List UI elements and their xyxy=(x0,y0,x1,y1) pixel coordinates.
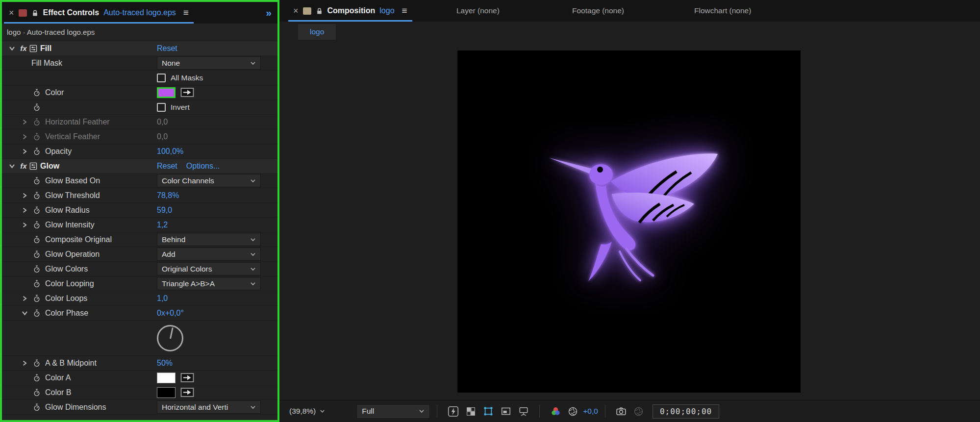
effect-controls-tabstrip: × Effect Controls Auto-traced logo.eps ≡… xyxy=(2,2,277,24)
stopwatch-icon[interactable] xyxy=(33,89,41,97)
property-value[interactable]: 78,8% xyxy=(157,191,179,200)
close-icon[interactable]: × xyxy=(293,6,299,15)
stopwatch-icon[interactable] xyxy=(33,374,41,382)
property-value[interactable]: 59,0 xyxy=(157,206,172,215)
property-value[interactable]: 50% xyxy=(157,359,173,368)
transparency-grid-icon[interactable] xyxy=(464,405,477,418)
color-looping-dropdown[interactable]: Triangle A>B>A xyxy=(157,277,261,290)
stopwatch-icon[interactable] xyxy=(33,309,41,317)
fx-badge: fx xyxy=(18,44,29,52)
effect-header-fill[interactable]: fx Fill Reset xyxy=(2,41,277,56)
stopwatch-icon[interactable] xyxy=(33,359,41,367)
panel-menu-icon[interactable]: ≡ xyxy=(183,7,189,18)
fx-badge: fx xyxy=(18,162,29,170)
color-picker-icon[interactable] xyxy=(180,388,194,397)
property-value[interactable]: 0x+0,0° xyxy=(157,309,184,318)
composite-original-dropdown[interactable]: Behind xyxy=(157,233,261,246)
tab-flowchart[interactable]: Flowchart (none) xyxy=(694,0,751,22)
fill-reset-link[interactable]: Reset xyxy=(157,44,177,53)
glow-colors-dropdown[interactable]: Original Colors xyxy=(157,262,261,275)
tab-layer[interactable]: Layer (none) xyxy=(456,0,500,22)
stopwatch-icon[interactable] xyxy=(33,250,41,258)
exposure-value[interactable]: +0,0 xyxy=(583,407,598,416)
close-icon[interactable]: × xyxy=(9,8,14,17)
lock-icon[interactable] xyxy=(31,9,39,17)
property-value[interactable]: 1,0 xyxy=(157,294,168,303)
property-label: Opacity xyxy=(45,147,72,156)
tab-footage[interactable]: Footage (none) xyxy=(572,0,624,22)
glow-dimensions-dropdown[interactable]: Horizontal and Verti xyxy=(157,400,261,414)
tab-effect-controls[interactable]: × Effect Controls Auto-traced logo.eps ≡ xyxy=(2,2,196,24)
twirl-right-icon[interactable] xyxy=(22,296,27,301)
exposure-control[interactable]: +0,0 xyxy=(566,405,598,418)
twirl-right-icon[interactable] xyxy=(22,193,27,199)
stopwatch-icon[interactable] xyxy=(33,221,41,229)
lock-icon[interactable] xyxy=(316,7,323,15)
resolution-dropdown[interactable]: Full xyxy=(356,404,430,419)
composition-stage[interactable] xyxy=(457,50,801,393)
zoom-dropdown[interactable]: (39,8%) xyxy=(285,405,329,418)
color-management-icon[interactable] xyxy=(549,405,562,418)
region-of-interest-icon[interactable] xyxy=(500,405,512,418)
glow-reset-link[interactable]: Reset xyxy=(157,162,177,171)
tab-composition[interactable]: × Composition logo ≡ xyxy=(286,0,414,22)
twirl-down-icon[interactable] xyxy=(9,163,15,169)
color-picker-icon[interactable] xyxy=(180,373,194,382)
show-snapshot-icon[interactable] xyxy=(632,405,645,418)
property-value[interactable]: 100,0% xyxy=(157,147,183,156)
property-label: Fill Mask xyxy=(31,59,62,68)
fill-color-swatch[interactable] xyxy=(157,87,176,98)
color-picker-icon[interactable] xyxy=(180,88,194,97)
panel-menu-icon[interactable]: ≡ xyxy=(402,5,407,16)
twirl-down-icon[interactable] xyxy=(22,310,28,316)
property-value[interactable]: 0,0 xyxy=(157,132,168,141)
stopwatch-icon[interactable] xyxy=(33,133,41,141)
color-a-swatch[interactable] xyxy=(157,372,176,383)
property-value[interactable]: 0,0 xyxy=(157,118,168,126)
stopwatch-icon[interactable] xyxy=(33,177,41,185)
stopwatch-icon[interactable] xyxy=(33,206,41,214)
twirl-down-icon[interactable] xyxy=(9,45,15,51)
twirl-right-icon[interactable] xyxy=(22,360,27,366)
fast-previews-icon[interactable] xyxy=(447,405,459,418)
property-value[interactable]: 1,2 xyxy=(157,221,168,229)
stopwatch-icon[interactable] xyxy=(33,389,41,397)
stopwatch-icon[interactable] xyxy=(33,403,41,411)
snapshot-camera-icon[interactable] xyxy=(615,405,628,418)
stopwatch-icon[interactable] xyxy=(33,192,41,199)
stopwatch-icon[interactable] xyxy=(33,118,41,126)
camera-rig-icon[interactable] xyxy=(517,405,530,418)
timecode-display[interactable]: 0;00;00;00 xyxy=(653,404,719,419)
stopwatch-icon[interactable] xyxy=(33,295,41,302)
color-phase-dial[interactable] xyxy=(157,325,183,351)
property-label: Glow Threshold xyxy=(45,191,100,200)
tab-overflow-icon[interactable]: » xyxy=(266,7,272,19)
twirl-right-icon[interactable] xyxy=(22,119,27,125)
stopwatch-icon[interactable] xyxy=(33,236,41,244)
twirl-right-icon[interactable] xyxy=(22,134,27,140)
row-composite-original: Composite Original Behind xyxy=(2,232,277,247)
row-glow-based-on: Glow Based On Color Channels xyxy=(2,174,277,188)
invert-checkbox[interactable] xyxy=(157,103,166,112)
row-opacity: Opacity 100,0% xyxy=(2,144,277,159)
viewer-comp-tab[interactable]: logo xyxy=(298,24,336,40)
exposure-shutter-icon[interactable] xyxy=(566,405,579,418)
stopwatch-icon[interactable] xyxy=(33,148,41,155)
color-b-swatch[interactable] xyxy=(157,387,176,398)
twirl-right-icon[interactable] xyxy=(22,222,27,228)
glow-options-link[interactable]: Options... xyxy=(186,162,220,171)
glow-based-on-dropdown[interactable]: Color Channels xyxy=(157,174,261,187)
stopwatch-icon[interactable] xyxy=(33,265,41,273)
all-masks-checkbox[interactable] xyxy=(157,74,166,82)
glow-operation-dropdown[interactable]: Add xyxy=(157,248,261,261)
fill-mask-dropdown[interactable]: None xyxy=(157,56,261,70)
chevron-down-icon xyxy=(250,179,256,183)
twirl-right-icon[interactable] xyxy=(22,149,27,154)
mask-visibility-icon[interactable] xyxy=(482,405,495,418)
property-label: Glow Intensity xyxy=(45,221,94,229)
twirl-right-icon[interactable] xyxy=(22,207,27,213)
effect-header-glow[interactable]: fx Glow Reset Options... xyxy=(2,159,277,174)
stopwatch-icon[interactable] xyxy=(33,103,41,111)
stopwatch-icon[interactable] xyxy=(33,280,41,288)
row-ab-midpoint: A & B Midpoint 50% xyxy=(2,356,277,371)
